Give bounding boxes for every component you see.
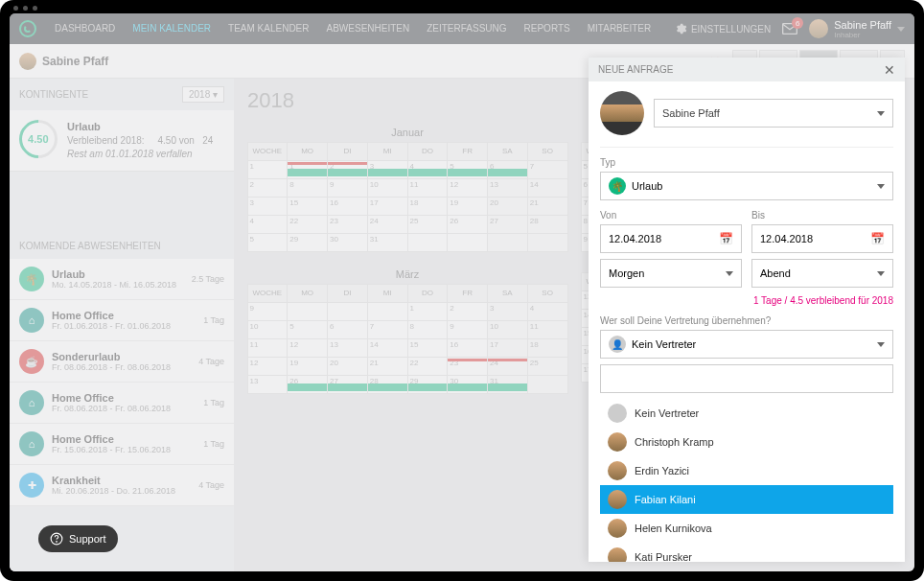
calendar-day[interactable] — [527, 233, 568, 252]
calendar-day[interactable]: 13 — [327, 338, 368, 358]
calendar-day[interactable]: 25 — [407, 215, 449, 234]
calendar-day[interactable]: 28 — [527, 215, 568, 234]
settings-link[interactable]: EINSTELLUNGEN — [674, 22, 771, 35]
calendar-day[interactable]: 22 — [407, 357, 449, 376]
calendar-day[interactable]: 29 — [407, 375, 449, 394]
absence-item[interactable]: ⌂ Home OfficeFr. 15.06.2018 - Fr. 15.06.… — [10, 424, 234, 465]
nav-item-mitarbeiter[interactable]: MITARBEITER — [579, 13, 659, 44]
calendar-day[interactable]: 19 — [447, 197, 488, 216]
close-icon[interactable]: ✕ — [884, 62, 895, 78]
calendar-day[interactable]: 26 — [447, 215, 488, 234]
absence-item[interactable]: 🌴 UrlaubMo. 14.05.2018 - Mi. 16.05.2018 … — [10, 259, 234, 300]
calendar-day[interactable]: 14 — [527, 178, 568, 198]
calendar-day[interactable]: 20 — [487, 197, 528, 216]
calendar-day[interactable]: 6 — [487, 160, 528, 179]
calendar-day[interactable]: 8 — [287, 178, 328, 198]
absence-item[interactable]: ⌂ Home OfficeFr. 08.06.2018 - Fr. 08.06.… — [10, 383, 234, 424]
nav-item-dashboard[interactable]: DASHBOARD — [46, 13, 124, 44]
calendar-day[interactable]: 15 — [407, 338, 449, 358]
calendar-day[interactable]: 17 — [487, 338, 528, 358]
calendar-day[interactable]: 11 — [527, 320, 568, 339]
calendar-day[interactable]: 7 — [527, 160, 568, 179]
notifications-button[interactable]: 6 — [782, 23, 797, 35]
calendar-day[interactable]: 13 — [247, 375, 289, 394]
absence-item[interactable]: ☕ SonderurlaubFr. 08.06.2018 - Fr. 08.06… — [10, 341, 234, 383]
requester-select[interactable]: Sabine Pfaff — [654, 99, 893, 128]
calendar-day[interactable]: 2 — [247, 178, 289, 198]
calendar-day[interactable]: 8 — [407, 320, 449, 339]
calendar-day[interactable] — [367, 302, 408, 321]
rep-option[interactable]: Christoph Kramp — [600, 428, 893, 456]
calendar-day[interactable]: 2 — [327, 160, 368, 179]
calendar-day[interactable]: 31 — [487, 375, 528, 394]
nav-item-mein-kalender[interactable]: MEIN KALENDER — [124, 13, 219, 44]
calendar-day[interactable]: 24 — [487, 357, 528, 376]
calendar-day[interactable]: 12 — [287, 338, 328, 358]
calendar-day[interactable]: 16 — [447, 338, 488, 358]
rep-option[interactable]: Erdin Yazici — [600, 456, 893, 485]
nav-item-reports[interactable]: REPORTS — [516, 13, 579, 44]
calendar-day[interactable]: 5 — [247, 233, 289, 252]
calendar-day[interactable]: 17 — [367, 197, 408, 216]
calendar-day[interactable]: 19 — [287, 357, 328, 376]
calendar-day[interactable]: 4 — [407, 160, 449, 179]
calendar-day[interactable]: 7 — [367, 320, 408, 339]
time-from-select[interactable]: Morgen — [600, 259, 742, 288]
calendar-day[interactable]: 3 — [247, 197, 289, 216]
calendar-day[interactable]: 27 — [327, 375, 368, 394]
calendar-day[interactable]: 20 — [327, 357, 368, 376]
rep-option[interactable]: Helen Kurnikova — [600, 514, 893, 543]
calendar-day[interactable]: 24 — [367, 215, 408, 234]
rep-select[interactable]: 👤 Kein Vertreter — [600, 330, 893, 359]
calendar-day[interactable]: 3 — [487, 302, 528, 321]
calendar-day[interactable]: 30 — [447, 375, 488, 394]
calendar-day[interactable]: 6 — [327, 320, 368, 339]
calendar-day[interactable]: 10 — [247, 320, 289, 339]
nav-item-zeiterfassung[interactable]: ZEITERFASSUNG — [418, 13, 515, 44]
calendar-day[interactable]: 9 — [327, 178, 368, 198]
calendar-day[interactable]: 28 — [367, 375, 408, 394]
nav-item-abwesenheiten[interactable]: ABWESENHEITEN — [318, 13, 419, 44]
calendar-day[interactable]: 9 — [447, 320, 488, 339]
calendar-day[interactable]: 16 — [327, 197, 368, 216]
date-from-input[interactable]: 12.04.2018 📅 — [600, 224, 742, 253]
calendar-day[interactable] — [487, 233, 528, 252]
calendar-day[interactable]: 11 — [407, 178, 449, 198]
calendar-day[interactable]: 1 — [287, 160, 328, 179]
calendar-day[interactable]: 4 — [247, 215, 289, 234]
calendar-day[interactable]: 26 — [287, 375, 328, 394]
calendar-day[interactable]: 1 — [407, 302, 449, 321]
calendar-day[interactable]: 21 — [367, 357, 408, 376]
calendar-day[interactable]: 1 — [247, 160, 289, 179]
calendar-day[interactable]: 25 — [527, 357, 568, 376]
calendar-day[interactable] — [327, 302, 368, 321]
rep-option[interactable]: Kati Pursker — [600, 543, 893, 562]
calendar-day[interactable]: 27 — [487, 215, 528, 234]
date-to-input[interactable]: 12.04.2018 📅 — [751, 224, 893, 253]
calendar-day[interactable]: 14 — [367, 338, 408, 358]
calendar-day[interactable]: 5 — [287, 320, 328, 339]
calendar-day[interactable]: 12 — [447, 178, 488, 198]
calendar-day[interactable]: 11 — [247, 338, 289, 358]
rep-option[interactable]: Kein Vertreter — [600, 399, 893, 428]
calendar-day[interactable]: 22 — [287, 215, 328, 234]
calendar-day[interactable]: 3 — [367, 160, 408, 179]
calendar-day[interactable]: 10 — [487, 320, 528, 339]
calendar-day[interactable]: 12 — [247, 357, 289, 376]
calendar-day[interactable] — [287, 302, 328, 321]
rep-search-input[interactable] — [600, 364, 893, 393]
calendar-day[interactable]: 9 — [247, 302, 289, 321]
calendar-day[interactable]: 15 — [287, 197, 328, 216]
user-menu[interactable]: Sabine Pfaff Inhaber — [809, 19, 905, 39]
calendar-day[interactable]: 18 — [407, 197, 449, 216]
calendar-day[interactable] — [407, 233, 449, 252]
calendar-day[interactable]: 18 — [527, 338, 568, 358]
calendar-day[interactable]: 21 — [527, 197, 568, 216]
time-to-select[interactable]: Abend — [751, 259, 893, 288]
rep-option[interactable]: Fabian Kilani — [600, 485, 893, 514]
calendar-day[interactable] — [447, 233, 488, 252]
calendar-day[interactable]: 13 — [487, 178, 528, 198]
type-select[interactable]: 🌴 Urlaub — [600, 172, 893, 200]
calendar-day[interactable]: 4 — [527, 302, 568, 321]
calendar-day[interactable]: 23 — [447, 357, 488, 376]
